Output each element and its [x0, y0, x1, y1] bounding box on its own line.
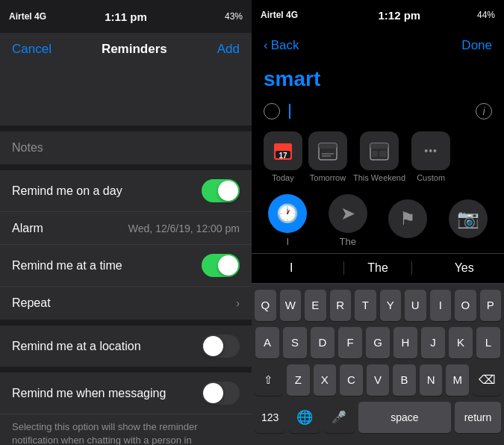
today-icon: 17 [264, 131, 302, 170]
repeat-label: Repeat [12, 296, 51, 310]
remind-on-day-toggle[interactable] [202, 179, 240, 202]
remind-location-row[interactable]: Remind me at a location [0, 326, 252, 367]
key-p[interactable]: P [480, 290, 502, 321]
key-b[interactable]: B [393, 364, 416, 396]
text-cursor [289, 104, 290, 119]
key-s[interactable]: S [283, 327, 307, 358]
space-key[interactable]: space [358, 402, 451, 433]
location-action[interactable]: ➤ The [324, 194, 373, 247]
key-h[interactable]: H [393, 327, 417, 358]
done-button[interactable]: Done [461, 38, 492, 53]
custom-icon: ••• [411, 131, 450, 170]
location-icon: ➤ [329, 194, 367, 233]
remind-on-day-label: Remind me on a day [12, 184, 122, 198]
svg-rect-11 [370, 143, 388, 149]
key-k[interactable]: K [449, 327, 473, 358]
custom-label: Custom [417, 173, 445, 182]
custom-button[interactable]: ••• Custom [411, 131, 450, 182]
left-content: Notes Remind me on a day Alarm Wed, 12/6… [0, 66, 252, 445]
key-q[interactable]: Q [255, 290, 276, 321]
keyboard: Q W E R T Y U I O P A S D F G H J K L ⇧ … [252, 284, 504, 445]
tomorrow-button[interactable]: Tomorrow [308, 131, 347, 182]
location-section: Remind me at a location [0, 326, 252, 367]
suggestion-yes[interactable]: Yes [436, 261, 492, 275]
key-m[interactable]: M [446, 364, 469, 396]
key-o[interactable]: O [455, 290, 476, 321]
remind-location-toggle[interactable] [202, 334, 240, 358]
shift-key[interactable]: ⇧ [255, 364, 283, 396]
keyboard-row-2: A S D F G H J K L [255, 327, 501, 358]
time-section: Remind me on a day Alarm Wed, 12/6/19, 1… [0, 170, 252, 320]
today-button[interactable]: 17 Today [264, 131, 302, 182]
reminder-input-area[interactable] [0, 66, 252, 125]
reminder-circle-button[interactable] [264, 103, 280, 119]
cancel-button[interactable]: Cancel [12, 42, 52, 57]
repeat-row[interactable]: Repeat › [0, 287, 252, 320]
suggestion-the[interactable]: The [343, 261, 413, 275]
chevron-left-icon: ‹ [264, 38, 268, 53]
svg-rect-7 [320, 151, 335, 158]
quick-date-section: 17 Today Tomorrow [252, 125, 504, 188]
info-icon[interactable]: i [476, 103, 492, 119]
svg-rect-12 [372, 151, 378, 157]
key-w[interactable]: W [280, 290, 302, 321]
notes-row[interactable]: Notes [0, 131, 252, 164]
remind-at-time-toggle[interactable] [202, 254, 240, 277]
key-l[interactable]: L [476, 327, 500, 358]
toggle-thumb-2 [218, 255, 238, 276]
alarm-row[interactable]: Alarm Wed, 12/6/19, 12:00 pm [0, 212, 252, 245]
today-label: Today [272, 173, 293, 182]
numbers-key[interactable]: 123 [255, 402, 285, 433]
status-bar-right: Airtel 4G 1:12 pm 44% [252, 0, 504, 31]
key-c[interactable]: C [340, 364, 363, 396]
key-t[interactable]: T [355, 290, 376, 321]
delete-key[interactable]: ⌫ [473, 364, 501, 396]
camera-icon: 📷 [449, 199, 488, 238]
suggestion-i[interactable]: I [264, 261, 320, 275]
time-left: 1:11 pm [105, 10, 147, 23]
alarm-label: Alarm [12, 222, 43, 235]
key-v[interactable]: V [367, 364, 390, 396]
key-z[interactable]: Z [287, 364, 310, 396]
key-g[interactable]: G [366, 327, 390, 358]
chevron-right-icon: › [236, 297, 240, 309]
key-x[interactable]: X [314, 364, 337, 396]
remind-messaging-toggle[interactable] [202, 382, 240, 405]
battery-left: 43% [225, 11, 243, 22]
key-n[interactable]: N [420, 364, 443, 396]
reminder-detail-row[interactable]: i [252, 97, 504, 125]
remind-messaging-row[interactable]: Remind me when messaging [0, 373, 252, 414]
remind-on-day-row[interactable]: Remind me on a day [0, 170, 252, 212]
clock-label: I [286, 236, 289, 247]
mic-key[interactable]: 🎤 [324, 402, 355, 433]
add-button[interactable]: Add [217, 42, 240, 57]
remind-at-time-row[interactable]: Remind me at a time [0, 245, 252, 287]
tomorrow-icon [308, 131, 347, 170]
emoji-key[interactable]: 🌐 [289, 402, 320, 433]
carrier-left: Airtel 4G [9, 11, 46, 22]
key-u[interactable]: U [405, 290, 426, 321]
reminder-text-input[interactable] [0, 66, 252, 125]
reminders-title: Reminders [102, 42, 167, 57]
key-y[interactable]: Y [380, 290, 402, 321]
return-key[interactable]: return [455, 402, 501, 433]
key-i[interactable]: I [430, 290, 452, 321]
key-e[interactable]: E [305, 290, 326, 321]
key-r[interactable]: R [330, 290, 352, 321]
clock-action[interactable]: 🕐 I [264, 194, 312, 247]
back-button[interactable]: ‹ Back [264, 38, 299, 53]
clock-icon: 🕐 [268, 194, 307, 233]
notes-label: Notes [12, 141, 43, 155]
key-j[interactable]: J [421, 327, 445, 358]
status-bar-left: Airtel 4G 1:11 pm 43% [0, 0, 252, 33]
key-a[interactable]: A [255, 327, 279, 358]
key-d[interactable]: D [311, 327, 335, 358]
suggestions-row: I The Yes [252, 253, 504, 284]
camera-action[interactable]: 📷 [444, 199, 493, 241]
this-weekend-button[interactable]: This Weekend [353, 131, 405, 182]
flag-action[interactable]: ⚑ [384, 199, 432, 241]
key-f[interactable]: F [338, 327, 362, 358]
toggle-thumb-4 [203, 383, 223, 403]
toggle-thumb-3 [203, 336, 223, 356]
notes-section[interactable]: Notes [0, 131, 252, 164]
